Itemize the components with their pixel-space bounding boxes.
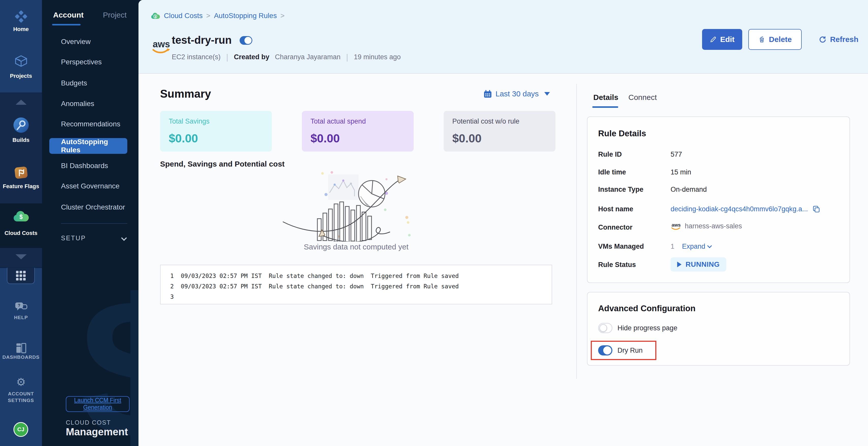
host-name-label: Host name bbox=[598, 205, 633, 213]
connector-label: Connector bbox=[598, 224, 632, 231]
cloud-costs-button[interactable]: $ bbox=[0, 210, 42, 223]
breadcrumb-separator: > bbox=[280, 12, 284, 20]
page-title: test-dry-run bbox=[172, 34, 232, 46]
projects-cube-icon bbox=[14, 55, 28, 67]
rule-enabled-toggle[interactable] bbox=[240, 36, 252, 45]
sidebar-item-recommendations[interactable]: Recommendations bbox=[61, 120, 120, 128]
sidebar-item-anomalies[interactable]: Anomalies bbox=[61, 100, 94, 108]
sidebar-divider bbox=[61, 223, 127, 224]
home-button[interactable] bbox=[0, 10, 42, 23]
feature-flags-button[interactable] bbox=[0, 165, 42, 181]
builds-button[interactable] bbox=[0, 117, 42, 133]
dry-run-toggle[interactable] bbox=[598, 345, 612, 355]
sidebar-item-overview[interactable]: Overview bbox=[61, 38, 91, 46]
rail-expand-chevron[interactable] bbox=[0, 254, 42, 259]
main-area: $ Cloud Costs > AutoStopping Rules > aws… bbox=[138, 0, 868, 446]
total-savings-value: $0.00 bbox=[169, 131, 263, 145]
total-actual-spend-label: Total actual spend bbox=[311, 117, 405, 125]
summary-heading: Summary bbox=[160, 87, 211, 100]
rule-id-value: 577 bbox=[671, 151, 682, 158]
pencil-icon bbox=[710, 36, 717, 43]
delete-button[interactable]: Delete bbox=[748, 29, 802, 50]
rule-status-value: RUNNING bbox=[671, 257, 726, 272]
svg-text:aws: aws bbox=[672, 222, 681, 228]
instance-type-text: EC2 instance(s) bbox=[172, 53, 221, 61]
advanced-configuration-card: Advanced Configuration Hide progress pag… bbox=[587, 292, 850, 366]
toggle-knob bbox=[599, 324, 607, 332]
play-icon bbox=[677, 262, 681, 267]
help-button[interactable]: ? bbox=[0, 302, 42, 313]
total-savings-label: Total Savings bbox=[169, 117, 263, 125]
host-name-value: deciding-kodiak-cg4qcs4h0mmv6lo7gqkg.a..… bbox=[671, 205, 820, 213]
summary-cards: Total Savings $0.00 Total actual spend $… bbox=[160, 111, 555, 152]
toggle-knob bbox=[603, 346, 611, 354]
breadcrumb-cloud-costs[interactable]: Cloud Costs bbox=[164, 12, 203, 20]
cloud-costs-sidebar: $ Account Project Overview Perspectives … bbox=[42, 0, 138, 446]
chart-section-heading: Spend, Savings and Potential cost bbox=[160, 160, 285, 168]
idle-time-value: 15 min bbox=[671, 168, 691, 176]
help-chat-icon: ? bbox=[14, 302, 28, 313]
created-by-label: Created by bbox=[234, 53, 269, 61]
date-range-select[interactable]: Last 30 days bbox=[484, 90, 550, 98]
sidebar-item-autostopping-label: AutoStopping Rules bbox=[61, 138, 127, 154]
tab-connect[interactable]: Connect bbox=[628, 93, 657, 102]
tab-account[interactable]: Account bbox=[53, 11, 84, 19]
projects-label[interactable]: Projects bbox=[0, 73, 42, 79]
edit-button[interactable]: Edit bbox=[702, 29, 742, 50]
refresh-button[interactable]: Refresh bbox=[809, 29, 868, 50]
brand-cloud-cost: CLOUD COST bbox=[66, 419, 111, 426]
feature-flags-label[interactable]: Feature Flags bbox=[0, 183, 42, 190]
sidebar-item-perspectives[interactable]: Perspectives bbox=[61, 58, 102, 66]
vms-expand-button[interactable]: Expand bbox=[682, 243, 711, 250]
launch-ccm-first-gen-button[interactable]: Launch CCM First Generation bbox=[66, 396, 130, 412]
rule-activity-log: 1 09/03/2023 02:57 PM IST Rule state cha… bbox=[160, 265, 552, 304]
connector-value: aws harness-aws-sales bbox=[671, 222, 742, 230]
advanced-configuration-heading: Advanced Configuration bbox=[598, 304, 695, 313]
log-line: 3 bbox=[170, 292, 552, 302]
connector-name: harness-aws-sales bbox=[685, 222, 742, 230]
account-settings-label[interactable]: ACCOUNT SETTINGS bbox=[0, 391, 42, 404]
breadcrumb-autostopping-rules[interactable]: AutoStopping Rules bbox=[214, 12, 277, 20]
total-actual-spend-value: $0.00 bbox=[311, 131, 405, 145]
gear-icon: ⚙ bbox=[0, 377, 42, 388]
copy-icon[interactable] bbox=[812, 205, 820, 213]
setup-chevron-down-icon[interactable] bbox=[121, 235, 127, 241]
module-rail: Home Projects Builds Feature Flags $ Clo… bbox=[0, 0, 42, 446]
user-avatar[interactable]: CJ bbox=[13, 422, 28, 437]
dashboards-button[interactable] bbox=[0, 342, 42, 354]
rail-collapse-chevron[interactable] bbox=[0, 100, 42, 105]
cloud-costs-icon: $ bbox=[13, 210, 29, 223]
hide-progress-toggle[interactable] bbox=[598, 323, 612, 333]
rule-details-card: Rule Details Rule ID 577 Idle time 15 mi… bbox=[587, 116, 850, 283]
home-label[interactable]: Home bbox=[0, 26, 42, 33]
rule-subtitle: EC2 instance(s) | Created by Charanya Ja… bbox=[172, 52, 401, 62]
instance-type-value: On-demand bbox=[671, 186, 707, 194]
host-name-link[interactable]: deciding-kodiak-cg4qcs4h0mmv6lo7gqkg.a..… bbox=[671, 205, 808, 213]
sidebar-item-cluster-orchestrator[interactable]: Cluster Orchestrator bbox=[61, 203, 125, 211]
sidebar-item-autostopping-rules[interactable]: AutoStopping Rules bbox=[49, 138, 127, 154]
vms-count: 1 bbox=[671, 243, 674, 250]
potential-cost-label: Potential cost w/o rule bbox=[452, 117, 547, 125]
help-label[interactable]: HELP bbox=[0, 315, 42, 320]
sidebar-item-asset-governance[interactable]: Asset Governance bbox=[61, 182, 119, 190]
page-header: $ Cloud Costs > AutoStopping Rules > aws… bbox=[138, 0, 868, 74]
projects-button[interactable] bbox=[0, 55, 42, 67]
chevron-down-icon bbox=[707, 243, 712, 248]
cloud-costs-label[interactable]: Cloud Costs bbox=[0, 230, 42, 236]
calendar-icon bbox=[484, 90, 492, 98]
account-settings-button[interactable]: ⚙ bbox=[0, 377, 42, 388]
tab-details-underline bbox=[592, 106, 618, 108]
harness-home-icon bbox=[15, 10, 27, 23]
status-text: RUNNING bbox=[686, 260, 720, 269]
sidebar-item-bi-dashboards[interactable]: BI Dashboards bbox=[61, 162, 108, 170]
tab-project[interactable]: Project bbox=[103, 11, 127, 19]
tab-details[interactable]: Details bbox=[593, 93, 618, 102]
sidebar-item-budgets[interactable]: Budgets bbox=[61, 79, 87, 87]
rule-id-label: Rule ID bbox=[598, 151, 622, 158]
instance-type-label: Instance Type bbox=[598, 186, 643, 194]
dashboards-label[interactable]: DASHBOARDS bbox=[0, 354, 42, 360]
module-picker-button[interactable] bbox=[7, 268, 35, 284]
sidebar-setup[interactable]: SETUP bbox=[61, 234, 86, 242]
builds-label[interactable]: Builds bbox=[0, 137, 42, 143]
total-savings-card: Total Savings $0.00 bbox=[160, 111, 272, 152]
